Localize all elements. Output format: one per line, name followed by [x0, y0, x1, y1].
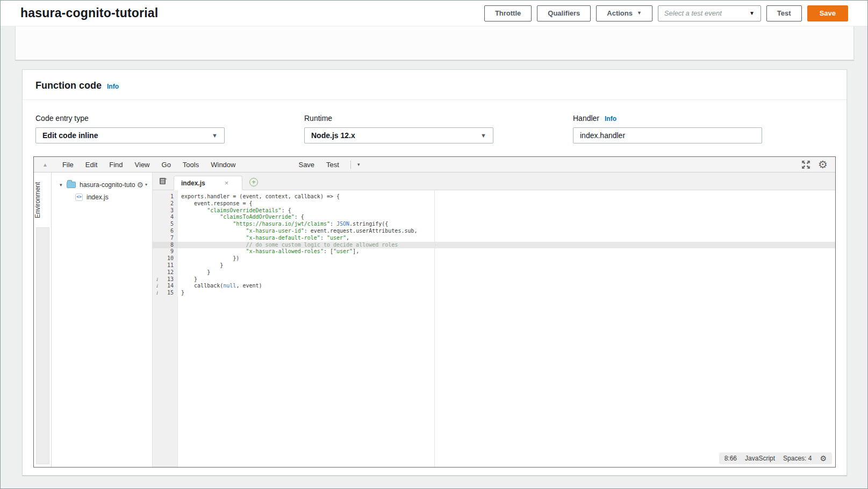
designer-panel-bottom [15, 26, 854, 60]
code-line-12[interactable]: 12 } [153, 269, 835, 276]
editor-save-button[interactable]: Save [292, 161, 320, 169]
code-text: event.response = { [178, 200, 835, 207]
runtime-value: Node.js 12.x [311, 131, 480, 140]
code-text: // do some custom logic to decide allowe… [178, 242, 835, 249]
menu-find[interactable]: Find [103, 161, 128, 169]
environment-sidebar: Environment [34, 172, 52, 467]
code-line-4[interactable]: 4 "claimsToAddOrOverride": { [153, 214, 835, 221]
chevron-down-icon: ▼ [749, 10, 755, 16]
save-button[interactable]: Save [807, 5, 848, 21]
function-code-card: Function code Info Code entry type Edit … [22, 69, 847, 476]
code-line-1[interactable]: 1exports.handler = (event, context, call… [153, 193, 835, 200]
code-text: } [178, 276, 835, 283]
code-line-14[interactable]: i14 callback(null, event) [153, 283, 835, 290]
function-code-info-link[interactable]: Info [107, 83, 119, 90]
gutter-marker [153, 255, 161, 262]
code-line-3[interactable]: 3 "claimsOverrideDetails": { [153, 207, 835, 214]
runtime-select[interactable]: Node.js 12.x ▼ [304, 127, 493, 143]
test-button[interactable]: Test [766, 5, 802, 21]
tab-label: index.js [181, 179, 205, 187]
file-tree-panel: ▾ hasura-cognito-tuto ⚙ ▾ <> index.js [52, 172, 153, 467]
code-text: "x-hasura-user-id": event.request.userAt… [178, 228, 835, 235]
menu-tools[interactable]: Tools [177, 161, 205, 169]
tree-folder-label: hasura-cognito-tuto [80, 181, 135, 189]
code-text: "claimsOverrideDetails": { [178, 207, 835, 214]
line-number: 7 [161, 235, 178, 242]
gutter-marker [153, 207, 161, 214]
gutter-marker [153, 235, 161, 242]
js-file-icon: <> [75, 193, 83, 201]
code-text: exports.handler = (event, context, callb… [178, 193, 835, 200]
gutter-marker [153, 228, 161, 235]
line-number: 12 [161, 269, 178, 276]
code-line-15[interactable]: i15} [153, 290, 835, 297]
code-line-2[interactable]: 2 event.response = { [153, 200, 835, 207]
code-text: } [178, 262, 835, 269]
handler-input[interactable]: index.handler [573, 127, 762, 143]
fullscreen-icon[interactable] [801, 160, 810, 169]
code-line-5[interactable]: 5 "https://hasura.io/jwt/claims": JSON.s… [153, 221, 835, 228]
test-event-select[interactable]: Select a test event ▼ [658, 5, 761, 21]
code-editor-surface[interactable]: 1exports.handler = (event, context, call… [153, 190, 835, 467]
gutter-marker [153, 242, 161, 249]
info-marker-icon: i [153, 290, 161, 297]
code-entry-type-field: Code entry type Edit code inline ▼ [35, 114, 225, 143]
language-mode[interactable]: JavaScript [745, 455, 775, 462]
tree-settings-button[interactable]: ⚙ ▾ [137, 181, 147, 189]
code-lines: 1exports.handler = (event, context, call… [153, 193, 835, 297]
code-text: "claimsToAddOrOverride": { [178, 214, 835, 221]
code-line-6[interactable]: 6 "x-hasura-user-id": event.request.user… [153, 228, 835, 235]
code-entry-type-select[interactable]: Edit code inline ▼ [35, 127, 225, 143]
gutter-marker [153, 221, 161, 228]
code-text: "x-hasura-default-role": "user", [178, 235, 835, 242]
tree-expand-caret-icon[interactable]: ▾ [60, 182, 67, 188]
code-entry-type-label: Code entry type [35, 114, 225, 123]
actions-button-label: Actions [607, 9, 633, 17]
cursor-position[interactable]: 8:66 [724, 455, 737, 462]
code-text: }) [178, 255, 835, 262]
editor-test-button[interactable]: Test [320, 161, 345, 169]
line-number: 15 [161, 290, 178, 297]
code-line-9[interactable]: 9 "x-hasura-allowed-roles": ["user"], [153, 248, 835, 255]
menu-edit[interactable]: Edit [80, 161, 103, 169]
code-line-7[interactable]: 7 "x-hasura-default-role": "user", [153, 235, 835, 242]
menu-file[interactable]: File [56, 161, 80, 169]
tree-folder-row[interactable]: ▾ hasura-cognito-tuto ⚙ ▾ [52, 178, 152, 191]
code-line-8[interactable]: 8 // do some custom logic to decide allo… [153, 242, 835, 249]
code-entry-type-value: Edit code inline [42, 131, 212, 140]
handler-info-link[interactable]: Info [605, 115, 616, 123]
gutter-marker [153, 248, 161, 255]
editor-menubar: ▲ File Edit Find View Go Tools Window Sa… [34, 157, 835, 172]
close-icon[interactable]: × [225, 179, 229, 187]
line-number: 11 [161, 262, 178, 269]
collapse-up-icon[interactable]: ▲ [42, 162, 48, 168]
chevron-down-icon: ▼ [637, 11, 642, 16]
code-line-10[interactable]: 10 }) [153, 255, 835, 262]
new-tab-plus-icon[interactable]: + [249, 178, 258, 186]
statusbar-gear-icon[interactable]: ⚙ [820, 455, 827, 462]
indent-setting[interactable]: Spaces: 4 [783, 455, 812, 462]
line-number: 3 [161, 207, 178, 214]
editor-settings-gear-icon[interactable]: ⚙ [818, 159, 828, 170]
code-text: "x-hasura-allowed-roles": ["user"], [178, 248, 835, 255]
menu-go[interactable]: Go [156, 161, 177, 169]
editor-tabbar: index.js × + [153, 172, 835, 190]
tree-file-row[interactable]: <> index.js [52, 191, 152, 203]
gutter-marker [153, 193, 161, 200]
line-number: 14 [161, 283, 178, 290]
environment-tab[interactable]: Environment [34, 172, 41, 227]
qualifiers-button[interactable]: Qualifiers [537, 5, 591, 21]
chevron-down-icon[interactable]: ▾ [354, 162, 363, 167]
chevron-down-icon: ▼ [480, 132, 486, 139]
line-number: 8 [161, 242, 178, 249]
test-event-placeholder: Select a test event [664, 9, 745, 17]
tab-index-js[interactable]: index.js × [174, 176, 242, 190]
code-line-13[interactable]: i13 } [153, 276, 835, 283]
throttle-button[interactable]: Throttle [484, 5, 532, 21]
code-line-11[interactable]: 11 } [153, 262, 835, 269]
tab-list-icon[interactable] [159, 177, 167, 185]
actions-button[interactable]: Actions ▼ [596, 5, 652, 21]
menu-view[interactable]: View [129, 161, 156, 169]
line-number: 9 [161, 248, 178, 255]
menu-window[interactable]: Window [205, 161, 241, 169]
